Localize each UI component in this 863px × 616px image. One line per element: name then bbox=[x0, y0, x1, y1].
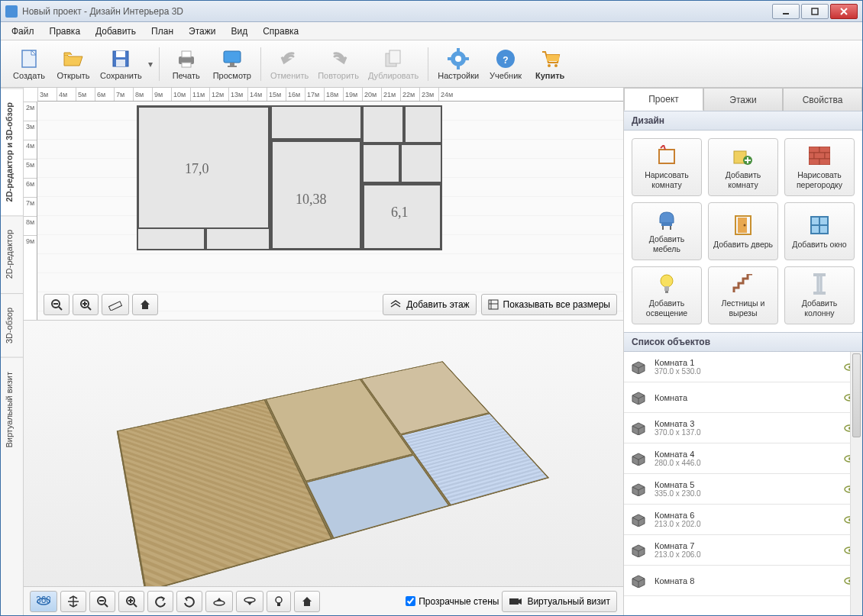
add-floor-button[interactable]: Добавить этаж bbox=[383, 294, 476, 315]
scrollbar[interactable] bbox=[850, 352, 862, 615]
svg-line-42 bbox=[134, 604, 137, 607]
svg-point-47 bbox=[276, 597, 282, 603]
buy-button[interactable]: Купить bbox=[528, 42, 572, 86]
room-small-2[interactable] bbox=[205, 227, 270, 250]
room-1[interactable]: 17,0 bbox=[137, 105, 270, 231]
ruler-tick: 7м bbox=[114, 88, 133, 101]
rotate-right-button[interactable] bbox=[176, 591, 202, 612]
object-list[interactable]: Комната 1 370.0 x 530.0 Комната Комната … bbox=[624, 352, 862, 615]
lighting-button[interactable] bbox=[267, 591, 291, 612]
redo-button[interactable]: Повторить bbox=[313, 42, 364, 86]
svg-rect-73 bbox=[816, 276, 823, 292]
tutorial-button[interactable]: ? Учебник bbox=[483, 42, 528, 86]
tab-2d-3d-both[interactable]: 2D-редактор и 3D-обзор bbox=[1, 88, 23, 215]
tilt-up-button[interactable] bbox=[205, 591, 233, 612]
room-small-1[interactable] bbox=[137, 227, 205, 250]
tab-floors[interactable]: Этажи bbox=[703, 88, 783, 111]
ruler-tick: 3м bbox=[24, 121, 37, 140]
object-name: Комната 4 bbox=[655, 450, 836, 459]
menu-file[interactable]: Файл bbox=[4, 24, 42, 39]
add-column-button[interactable]: Добавить колонну bbox=[784, 266, 855, 324]
home-button[interactable] bbox=[132, 294, 158, 315]
rotate-left-button[interactable] bbox=[147, 591, 173, 612]
canvas-2d[interactable]: 17,0 10,38 6,1 bbox=[37, 102, 623, 320]
scrollbar-thumb[interactable] bbox=[852, 353, 861, 437]
canvas-3d[interactable] bbox=[24, 321, 623, 586]
save-dropdown[interactable]: ▾ bbox=[147, 43, 154, 85]
print-button[interactable]: Печать bbox=[164, 42, 208, 86]
room-bath[interactable] bbox=[400, 144, 442, 183]
svg-line-39 bbox=[105, 604, 108, 607]
menu-view[interactable]: Вид bbox=[223, 24, 255, 39]
add-furniture-button[interactable]: Добавить мебель bbox=[632, 202, 702, 260]
room-hall[interactable] bbox=[270, 105, 362, 140]
duplicate-button[interactable]: Дублировать bbox=[364, 42, 423, 86]
room-wc1[interactable] bbox=[362, 105, 404, 144]
tab-project[interactable]: Проект bbox=[624, 88, 703, 111]
list-item[interactable]: Комната bbox=[624, 382, 862, 413]
gear-icon bbox=[448, 48, 469, 69]
undo-button[interactable]: Отменить bbox=[266, 42, 313, 86]
pan-button[interactable] bbox=[60, 591, 86, 612]
svg-line-29 bbox=[88, 307, 91, 310]
object-dimensions: 370.0 x 137.0 bbox=[655, 428, 836, 437]
tab-properties[interactable]: Свойства bbox=[783, 88, 862, 111]
room-wc2[interactable] bbox=[404, 105, 442, 144]
list-item[interactable]: Комната 6 213.0 x 202.0 bbox=[624, 505, 862, 535]
zoom-in-3d-button[interactable] bbox=[118, 591, 144, 612]
main-toolbar: Создать Открыть Сохранить ▾ Печать Просм… bbox=[1, 40, 862, 88]
open-button[interactable]: Открыть bbox=[51, 42, 95, 86]
door-icon bbox=[732, 214, 755, 237]
object-name: Комната 8 bbox=[655, 576, 836, 585]
tilt-down-button[interactable] bbox=[236, 591, 263, 612]
preview-button[interactable]: Просмотр bbox=[208, 42, 256, 86]
create-button[interactable]: Создать bbox=[7, 42, 51, 86]
save-button[interactable]: Сохранить bbox=[95, 42, 147, 86]
tab-virtual-visit[interactable]: Виртуальный визит bbox=[1, 357, 23, 462]
menu-add[interactable]: Добавить bbox=[88, 24, 144, 39]
maximize-button[interactable] bbox=[801, 4, 829, 19]
list-item[interactable]: Комната 5 335.0 x 230.0 bbox=[624, 474, 862, 505]
show-dims-button[interactable]: Показывать все размеры bbox=[481, 294, 617, 315]
close-button[interactable] bbox=[830, 4, 858, 19]
list-item[interactable]: Комната 1 370.0 x 530.0 bbox=[624, 352, 862, 382]
menu-edit[interactable]: Правка bbox=[42, 24, 89, 39]
draw-wall-button[interactable]: Нарисовать перегородку bbox=[784, 138, 855, 196]
list-item[interactable]: Комната 3 370.0 x 137.0 bbox=[624, 413, 862, 443]
list-item[interactable]: Комната 4 280.0 x 446.0 bbox=[624, 443, 862, 474]
menu-plan[interactable]: План bbox=[144, 24, 181, 39]
stairs-button[interactable]: Лестницы и вырезы bbox=[708, 266, 778, 324]
room-closet[interactable] bbox=[362, 144, 400, 183]
add-lighting-button[interactable]: Добавить освещение bbox=[632, 266, 702, 324]
menu-help[interactable]: Справка bbox=[255, 24, 306, 39]
ruler-tick: 19м bbox=[343, 88, 362, 101]
zoom-in-button[interactable] bbox=[73, 294, 99, 315]
tab-2d-editor[interactable]: 2D-редактор bbox=[1, 215, 23, 292]
transparent-walls-checkbox[interactable]: Прозрачные стены bbox=[406, 596, 499, 607]
room-3[interactable]: 6,1 bbox=[362, 183, 442, 250]
home-3d-button[interactable] bbox=[294, 591, 320, 612]
minimize-button[interactable] bbox=[772, 4, 800, 19]
svg-rect-11 bbox=[228, 66, 237, 67]
panel-2d: 3м4м5м6м7м8м9м10м11м12м13м14м15м16м17м18… bbox=[24, 88, 623, 321]
add-door-button[interactable]: Добавить дверь bbox=[708, 202, 778, 260]
list-item[interactable]: Комната 7 213.0 x 206.0 bbox=[624, 535, 862, 566]
measure-button[interactable] bbox=[102, 294, 129, 315]
window-title: Новый проект - Дизайн Интерьера 3D bbox=[22, 6, 771, 17]
zoom-out-3d-button[interactable] bbox=[89, 591, 115, 612]
settings-button[interactable]: Настройки bbox=[433, 42, 483, 86]
zoom-out-button[interactable] bbox=[44, 294, 69, 315]
room-cube-icon bbox=[630, 482, 647, 496]
rotate-360-button[interactable]: 360 bbox=[30, 591, 57, 612]
object-name: Комната 1 bbox=[655, 358, 836, 367]
draw-room-icon bbox=[655, 144, 678, 167]
menu-floors[interactable]: Этажи bbox=[181, 24, 223, 39]
add-window-button[interactable]: Добавить окно bbox=[784, 202, 855, 260]
draw-room-button[interactable]: Нарисовать комнату bbox=[632, 138, 702, 196]
tab-3d-view[interactable]: 3D-обзор bbox=[1, 293, 23, 357]
add-room-button[interactable]: Добавить комнату bbox=[708, 138, 778, 196]
list-item[interactable]: Комната 8 bbox=[624, 566, 862, 596]
room-2[interactable]: 10,38 bbox=[270, 140, 362, 250]
svg-rect-48 bbox=[277, 603, 280, 606]
virtual-visit-button[interactable]: Виртуальный визит bbox=[502, 591, 617, 612]
